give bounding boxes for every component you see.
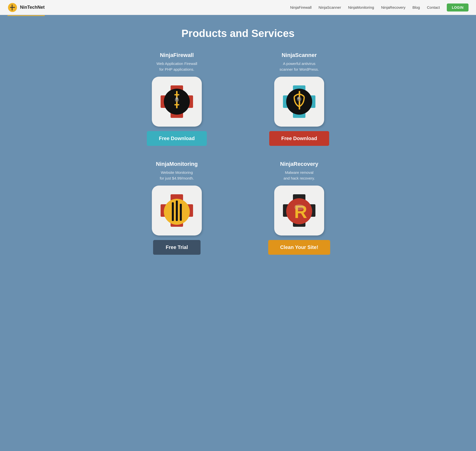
firewall-download-button[interactable]: Free Download xyxy=(147,131,207,146)
recovery-clean-button[interactable]: Clean Your Site! xyxy=(268,240,330,255)
svg-rect-21 xyxy=(176,201,178,221)
logo-underline xyxy=(7,15,45,16)
nav-ninjarecovery[interactable]: NinjaRecovery xyxy=(381,5,406,9)
product-desc-monitoring: Website Monitoringfor just $4.99/month. xyxy=(160,170,194,181)
login-button[interactable]: LOGIN xyxy=(447,3,469,11)
svg-point-16 xyxy=(297,97,300,99)
logo-icon xyxy=(7,2,17,12)
scanner-download-button[interactable]: Free Download xyxy=(269,131,329,146)
svg-point-10 xyxy=(176,97,178,100)
scanner-icon-svg xyxy=(278,80,320,123)
svg-rect-22 xyxy=(180,204,182,221)
product-card-firewall: NinjaFirewall Web Application Firewallfo… xyxy=(126,52,228,146)
page-title: Products and Services xyxy=(182,27,295,39)
logo-text: NinTechNet xyxy=(20,5,45,10)
logo-area: NinTechNet xyxy=(7,2,45,12)
product-icon-monitoring xyxy=(152,186,202,235)
monitoring-icon-svg xyxy=(156,189,198,232)
svg-rect-7 xyxy=(174,94,179,95)
main-content: Products and Services NinjaFirewall Web … xyxy=(0,15,476,451)
product-icon-recovery: R xyxy=(274,186,324,235)
nav-ninjafirewall[interactable]: NinjaFirewall xyxy=(290,5,312,9)
product-card-scanner: NinjaScanner A powerful antivirusscanner… xyxy=(248,52,350,146)
product-card-recovery: NinjaRecovery Malware removaland hack re… xyxy=(248,161,350,255)
product-card-monitoring: NinjaMonitoring Website Monitoringfor ju… xyxy=(126,161,228,255)
nav-blog[interactable]: Blog xyxy=(412,5,420,9)
firewall-icon-svg xyxy=(156,80,198,123)
svg-rect-2 xyxy=(10,7,15,8)
product-desc-scanner: A powerful antivirusscanner for WordPres… xyxy=(279,61,319,72)
product-desc-recovery: Malware removaland hack recovery. xyxy=(283,170,315,181)
svg-rect-8 xyxy=(174,104,179,105)
product-desc-firewall: Web Application Firewallfor PHP applicat… xyxy=(156,61,197,72)
product-icon-scanner xyxy=(274,77,324,127)
product-name-recovery: NinjaRecovery xyxy=(280,161,318,167)
nav-ninjascanner[interactable]: NinjaScanner xyxy=(319,5,341,9)
products-grid: NinjaFirewall Web Application Firewallfo… xyxy=(126,52,350,255)
nav-contact[interactable]: Contact xyxy=(427,5,440,9)
main-nav: NinjaFirewall NinjaScanner NinjaMonitori… xyxy=(290,3,469,11)
product-name-firewall: NinjaFirewall xyxy=(160,52,194,58)
svg-point-27 xyxy=(294,204,304,210)
nav-ninjamonitoring[interactable]: NinjaMonitoring xyxy=(348,5,374,9)
recovery-icon-svg: R xyxy=(278,189,320,232)
product-name-monitoring: NinjaMonitoring xyxy=(156,161,198,167)
product-icon-firewall xyxy=(152,77,202,127)
header: NinTechNet NinjaFirewall NinjaScanner Ni… xyxy=(0,0,476,15)
monitoring-trial-button[interactable]: Free Trial xyxy=(153,240,201,255)
svg-rect-20 xyxy=(172,202,174,221)
product-name-scanner: NinjaScanner xyxy=(282,52,317,58)
